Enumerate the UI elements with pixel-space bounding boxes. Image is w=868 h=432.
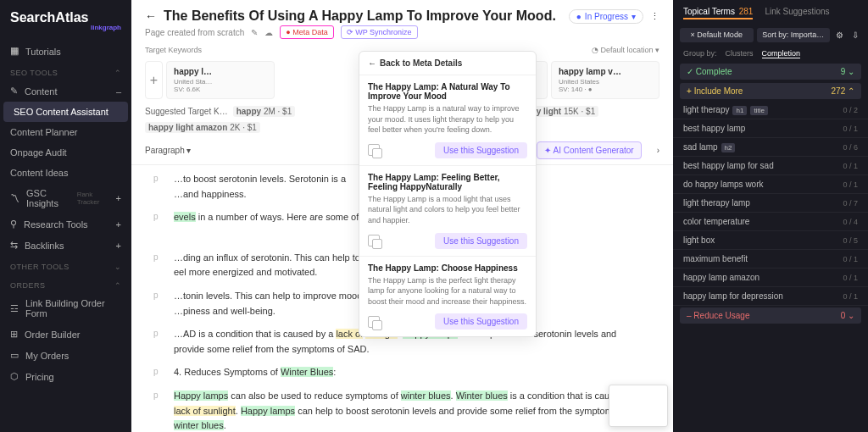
- suggestion-desc: The Happy Lamp is a mood light that uses…: [368, 194, 527, 226]
- right-sidebar: Topical Terms 281 Link Suggestions × Def…: [673, 0, 868, 432]
- copy-icon[interactable]: [368, 235, 380, 246]
- term-row[interactable]: light therapy lamp0 / 7: [673, 194, 868, 213]
- term-row[interactable]: happy lamp amazon0 / 1: [673, 269, 868, 287]
- group-by-label: Group by:: [683, 49, 717, 58]
- copy-icon[interactable]: [368, 144, 380, 156]
- use-suggestion-button[interactable]: Use this Suggestion: [435, 142, 527, 158]
- section-complete[interactable]: ✓ Complete9 ⌄: [680, 64, 861, 80]
- copy-icon[interactable]: [368, 316, 380, 328]
- nav-gsc[interactable]: 〽 GSC Insights Rank Tracker+: [0, 183, 131, 213]
- nav-my-orders[interactable]: ▭ My Orders: [0, 345, 131, 366]
- back-arrow-icon[interactable]: ←: [145, 9, 157, 23]
- paragraph-select[interactable]: Paragraph ▾: [145, 146, 191, 155]
- nav-order-builder[interactable]: ⊞ Order Builder: [0, 324, 131, 345]
- nav-tutorials[interactable]: ▦ Tutorials: [0, 41, 131, 62]
- section-orders: ORDERS⌃: [0, 274, 131, 293]
- section-seo: SEO TOOLS⌃: [0, 62, 131, 80]
- main-panel: ← The Benefits Of Using A Happy Lamp To …: [131, 0, 673, 432]
- suggestion-desc: The Happy Lamp is a natural way to impro…: [368, 103, 527, 136]
- meta-data-pill[interactable]: ● Meta Data: [280, 25, 333, 39]
- ai-generator-button[interactable]: ✦ AI Content Generator: [537, 141, 641, 159]
- term-row[interactable]: happy lamp for depression0 / 1: [673, 287, 868, 306]
- preview-thumbnail[interactable]: [609, 385, 668, 427]
- location-selector[interactable]: ◔ Default location ▾: [592, 46, 659, 54]
- term-row[interactable]: best happy lamp0 / 1: [673, 119, 868, 138]
- mode-chip[interactable]: × Default Mode: [680, 28, 754, 42]
- nav-pricing[interactable]: ⬡ Pricing: [0, 366, 131, 387]
- popover-back[interactable]: ← Back to Meta Details: [359, 52, 536, 75]
- suggestion-title: The Happy Lamp: Feeling Better, Feeling …: [368, 173, 527, 191]
- suggestion-title: The Happy Lamp: Choose Happiness: [368, 263, 527, 273]
- more-icon[interactable]: ⋮: [650, 11, 659, 22]
- sort-chip[interactable]: Sort by: Importa…: [757, 28, 831, 42]
- target-keywords-label: Target Keywords: [145, 46, 202, 54]
- section-other: OTHER TOOLS⌄: [0, 256, 131, 274]
- nav-content-ideas[interactable]: Content Ideas: [0, 163, 131, 183]
- group-completion[interactable]: Completion: [762, 49, 801, 58]
- wp-sync-pill[interactable]: ⟳ WP Synchronize: [341, 25, 418, 39]
- page-title: The Benefits Of Using A Happy Lamp To Im…: [164, 8, 556, 24]
- use-suggestion-button[interactable]: Use this Suggestion: [435, 313, 527, 330]
- nav-link-form[interactable]: ☲ Link Building Order Form: [0, 293, 131, 324]
- chevron-right-icon[interactable]: ›: [657, 146, 659, 155]
- term-row[interactable]: light box0 / 5: [673, 231, 868, 250]
- nav-seo-assistant[interactable]: SEO Content Assistant: [3, 102, 128, 122]
- nav-research[interactable]: ⚲ Research Tools+: [0, 213, 131, 235]
- nav-content-planner[interactable]: Content Planner: [0, 122, 131, 142]
- export-icon[interactable]: ⇩: [849, 28, 861, 42]
- term-row[interactable]: sad lamph20 / 6: [673, 138, 868, 157]
- suggestion-title: The Happy Lamp: A Natural Way To Improve…: [368, 82, 527, 101]
- nav-backlinks[interactable]: ⇆ Backlinks+: [0, 235, 131, 256]
- edit-icon[interactable]: ✎: [251, 28, 258, 37]
- nav-label: Tutorials: [25, 47, 61, 57]
- keyword-card[interactable]: happy lamp v…United StatesSV: 140 · ●: [551, 61, 659, 99]
- term-row[interactable]: maximum benefit0 / 1: [673, 250, 868, 269]
- tab-link-suggestions[interactable]: Link Suggestions: [765, 7, 829, 19]
- nav-content[interactable]: ✎ Content –: [0, 80, 131, 102]
- nav-onpage-audit[interactable]: Onpage Audit: [0, 142, 131, 163]
- tab-topical-terms[interactable]: Topical Terms 281: [683, 7, 753, 19]
- gear-icon[interactable]: ⚙: [833, 28, 846, 42]
- section-reduce[interactable]: – Reduce Usage0 ⌄: [680, 307, 861, 324]
- term-row[interactable]: light therapyh1title0 / 2: [673, 101, 868, 119]
- status-pill[interactable]: In Progress ▾: [569, 9, 643, 24]
- term-row[interactable]: best happy lamp for sad0 / 1: [673, 157, 868, 175]
- term-row[interactable]: do happy lamps work0 / 1: [673, 175, 868, 194]
- left-sidebar: SearchAtlaslinkgraph ▦ ▦ Tutorials SEO T…: [0, 0, 131, 432]
- use-suggestion-button[interactable]: Use this Suggestion: [435, 233, 527, 249]
- subtitle: Page created from scratch: [145, 28, 244, 37]
- suggestion-desc: The Happy Lamp is the perfect light ther…: [368, 275, 527, 307]
- keyword-card[interactable]: happy l…United Sta…SV: 6.6K: [166, 61, 275, 99]
- add-keyword-button[interactable]: +: [145, 61, 163, 99]
- logo: SearchAtlaslinkgraph: [0, 7, 131, 40]
- section-include[interactable]: + Include More272 ⌃: [680, 83, 861, 99]
- group-clusters[interactable]: Clusters: [726, 49, 754, 58]
- term-row[interactable]: color temperature0 / 4: [673, 213, 868, 231]
- cloud-icon[interactable]: ☁: [264, 28, 273, 37]
- page-header: ← The Benefits Of Using A Happy Lamp To …: [131, 0, 673, 42]
- suggestion-popover: ← Back to Meta Details The Happy Lamp: A…: [359, 51, 537, 337]
